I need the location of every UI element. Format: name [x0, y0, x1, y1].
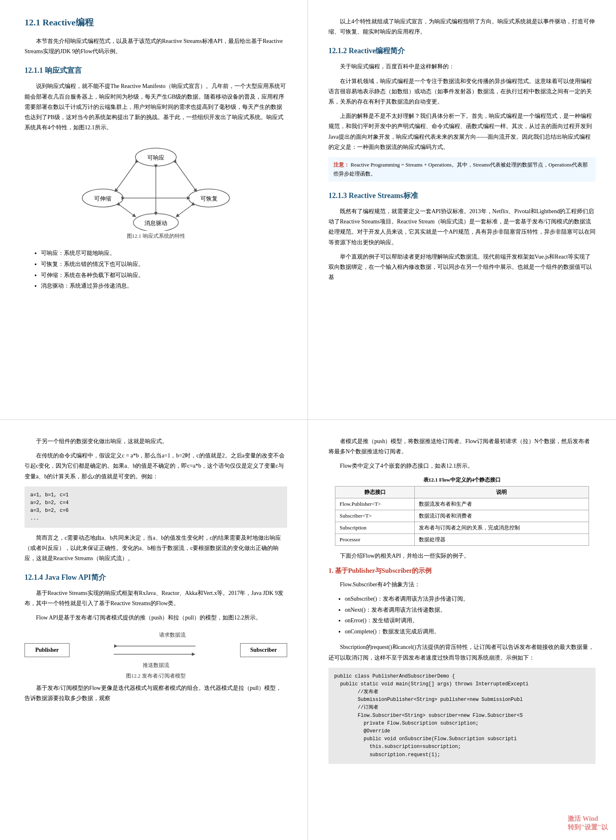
pub-sub-caption: 图12.2 发布者/订阅者模型 [126, 672, 186, 680]
arrows-container [70, 642, 240, 658]
section-12-1-1-title: 12.1.1 响应式宣言 [25, 65, 287, 75]
svg-text:可伸缩: 可伸缩 [94, 196, 111, 202]
bottom-right-cont-p3: 下面介绍Flow的相关API，并给出一些实际的例子。 [328, 551, 596, 561]
svg-text:可恢复: 可恢复 [200, 196, 218, 202]
top-right-col: 以上4个特性就组成了响应式宣言，为响应式编程指明了方向。响应式系统就是以事件驱动… [308, 0, 616, 419]
pub-sub-diagram: 请求数据流 Publisher [25, 630, 287, 680]
top-half: 12.1 Reactive编程 本节首先介绍响应式编程范式，以及基于该范式的Re… [0, 0, 616, 420]
svg-text:消息驱动: 消息驱动 [144, 220, 167, 226]
sbscription-p: Sbscription的request()和cancel()方法提供的背压特性，… [328, 642, 596, 662]
example-title-text: 1. 基于Publisher与Subscriber的示例 [328, 567, 432, 574]
section-12-1-2-title: 12.1.2 Reactive编程简介 [328, 46, 596, 56]
section-12-1-4-title: 12.1.4 Java Flow API简介 [25, 572, 287, 582]
code-block-vars: a=1, b=1, c=1 a=2, b=2, c=4 a=3, b=2, c=… [25, 486, 287, 528]
bottom-left-cont-p3: 简而言之，c需要动态地由a、b共同来决定，当a、b的值发生变化时，c的结果需要及… [25, 533, 287, 564]
request-arrow [114, 642, 196, 650]
flow-bullet-1: onSubscribe()：发布者调用该方法异步传递订阅。 [345, 594, 596, 605]
svg-line-12 [177, 205, 193, 216]
flow-subscriber-bullets: onSubscribe()：发布者调用该方法异步传递订阅。 onNext()：发… [345, 594, 596, 637]
table-row: Flow.Publisher<T> 数据流发布者和生产者 [335, 498, 589, 510]
req-label: 请求数据流 [57, 631, 287, 639]
push-arrow [114, 650, 196, 658]
svg-line-11 [119, 205, 135, 216]
publisher-box: Publisher [25, 643, 70, 657]
table-cell-interface-1: Flow.Publisher<T> [335, 498, 415, 510]
flow-table-wrapper: 表12.1 Flow中定义的4个静态接口 静态接口 说明 Flow.Publis… [335, 476, 589, 546]
table-row: Subscription 发布者与订阅者之间的关系，完成消息控制 [335, 522, 589, 534]
bottom-right-cont-p1: 者模式是推（push）模型，将数据推送给订阅者。Flow订阅者最初请求（拉）N个… [328, 436, 596, 457]
note-box: 注意： Reactive Programming = Streams + Ope… [328, 157, 596, 182]
bullet-1: 可响应：系统尽可能地响应。 [41, 248, 287, 259]
diagram-caption: 图12.1 响应式系统的特性 [127, 232, 185, 240]
section-12-1-title: 12.1 Reactive编程 [25, 16, 287, 29]
top-left-col: 12.1 Reactive编程 本节首先介绍响应式编程范式，以及基于该范式的Re… [0, 0, 308, 419]
sub2-p2: 上面的解释是不是不太好理解？我们具体分析一下。首先，响应式编程是一个编程范式，是… [328, 111, 596, 152]
bottom-left-cont-p4: 基于发布/订阅模型的Flow更像是迭代器模式与观察者模式的组合。迭代器模式是拉（… [25, 683, 287, 703]
top-right-intro-p1: 以上4个特性就组成了响应式宣言，为响应式编程指明了方向。响应式系统就是以事件驱动… [328, 16, 596, 37]
pub-sub-push-row: 推送数据流 [25, 662, 287, 669]
table-cell-interface-2: Subscriber<T> [335, 510, 415, 522]
table-header-desc: 说明 [414, 486, 589, 498]
sub4-p1: 基于Reactive Streams实现的响应式框架有RxJava、Reacto… [25, 588, 287, 608]
reactive-diagram: 可响应 可伸缩 可恢复 消息驱动 [74, 141, 238, 231]
page-container: 12.1 Reactive编程 本节首先介绍响应式编程范式，以及基于该范式的Re… [0, 0, 616, 840]
bottom-left-col: 于另一个组件的数据变化做出响应，这就是响应式。 在传统的命令式编程中，假设定义c… [0, 420, 308, 840]
svg-line-8 [116, 162, 136, 191]
example-p1: Flow.Subscriber有4个抽象方法： [328, 579, 596, 590]
note-text: Reactive Programming = Streams + Operati… [333, 162, 588, 177]
bottom-right-col: 者模式是推（push）模型，将数据推送给订阅者。Flow订阅者最初请求（拉）N个… [308, 420, 616, 840]
sub2-p1: 在计算机领域，响应式编程是一个专注于数据流和变化传播的异步编程范式。这意味着可以… [328, 76, 596, 107]
example-title: 1. 基于Publisher与Subscriber的示例 [328, 567, 596, 575]
table-cell-interface-3: Subscription [335, 522, 415, 534]
bottom-right-cont-p2: Flow类中定义了4个嵌套的静态接口，如表12.1所示。 [328, 461, 596, 471]
sub1-p1: 说到响应式编程，就不能不提The Reactive Manifesto（响应式宣… [25, 81, 287, 133]
bottom-half: 于另一个组件的数据变化做出响应，这就是响应式。 在传统的命令式编程中，假设定义c… [0, 420, 616, 840]
table-caption: 表12.1 Flow中定义的4个静态接口 [335, 476, 589, 484]
bullet-2: 可恢复：系统出错的情况下也可以响应。 [41, 259, 287, 270]
bottom-left-cont-p2: 在传统的命令式编程中，假设定义c = a*b，那么当a=1，b=2时，c的值就是… [25, 450, 287, 482]
reactive-bullets: 可响应：系统尽可能地响应。 可恢复：系统出错的情况下也可以响应。 可伸缩：系统在… [41, 248, 287, 291]
flow-table: 静态接口 说明 Flow.Publisher<T> 数据流发布者和生产者 Sub… [335, 486, 589, 546]
pub-sub-req-row: 请求数据流 [25, 631, 287, 639]
table-cell-interface-4: Processor [335, 534, 415, 545]
svg-text:可响应: 可响应 [147, 155, 164, 161]
code-block-publisher: public class PublisherAndSubscriberDemo … [328, 668, 596, 764]
note-label: 注意： [333, 162, 349, 168]
bullet-3: 可伸缩：系统在各种负载下都可以响应。 [41, 270, 287, 281]
svg-line-9 [175, 162, 196, 191]
section-12-1-3-title: 12.1.3 Reactive Streams标准 [328, 191, 596, 200]
table-header-interface: 静态接口 [335, 486, 415, 498]
table-cell-desc-2: 数据流订阅者和消费者 [414, 510, 589, 522]
diagram-container: 可响应 可伸缩 可恢复 消息驱动 [25, 141, 287, 245]
table-row: Subscriber<T> 数据流订阅者和消费者 [335, 510, 589, 522]
table-cell-desc-4: 数据处理器 [414, 534, 589, 545]
flow-bullet-4: onComplete()：数据发送完成后调用。 [345, 626, 596, 637]
sub4-p2: Flow API是基于发布者/订阅者模式提供的推（push）和拉（pull）的模… [25, 613, 287, 623]
table-cell-desc-1: 数据流发布者和生产者 [414, 498, 589, 510]
bottom-left-cont-p1: 于另一个组件的数据变化做出响应，这就是响应式。 [25, 436, 287, 446]
flow-bullet-3: onError()：发生错误时调用。 [345, 615, 596, 626]
subscriber-box: Subscriber [240, 643, 287, 657]
push-label: 推送数据流 [25, 662, 287, 669]
sub3-p2: 举个直观的例子可以帮助读者更好地理解响应式数据流。现代前端开发框架如Vue.js… [328, 252, 596, 283]
table-cell-desc-3: 发布者与订阅者之间的关系，完成消息控制 [414, 522, 589, 534]
bullet-4: 消息驱动：系统通过异步传递消息。 [41, 281, 287, 292]
pub-sub-boxes-row: Publisher [25, 642, 287, 658]
top-left-intro-p1: 本节首先介绍响应式编程范式，以及基于该范式的Reactive Streams标准… [25, 36, 287, 56]
sub2-intro: 关于响应式编程，百度百科中是这样解释的： [328, 61, 596, 72]
flow-bullet-2: onNext()：发布者调用该方法传递数据。 [345, 605, 596, 616]
sub3-p1: 既然有了编程规范，就需要定义一套API协议标准。2013年，Netflix、Pi… [328, 206, 596, 248]
table-row: Processor 数据处理器 [335, 534, 589, 545]
